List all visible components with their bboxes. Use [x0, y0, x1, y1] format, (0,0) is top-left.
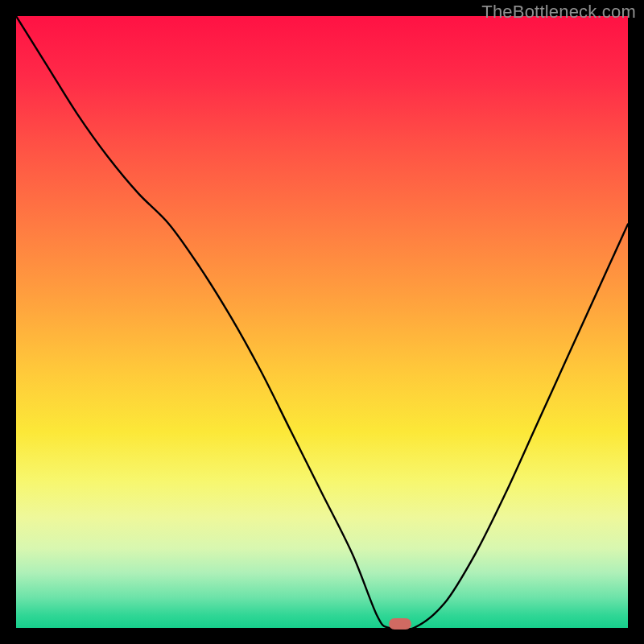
- plot-area: [16, 16, 628, 628]
- minimum-marker: [389, 618, 411, 630]
- bottleneck-curve: [16, 16, 628, 628]
- chart-frame: TheBottleneck.com: [0, 0, 644, 644]
- watermark-text: TheBottleneck.com: [481, 2, 636, 23]
